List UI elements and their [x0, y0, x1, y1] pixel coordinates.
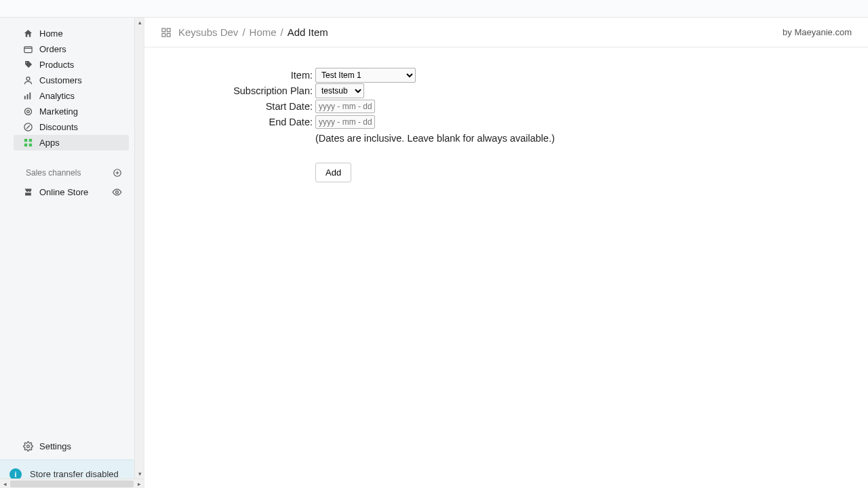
- scroll-thumb[interactable]: [10, 481, 134, 487]
- settings-label: Settings: [39, 441, 71, 451]
- breadcrumb-home[interactable]: Home: [250, 26, 277, 38]
- sidebar-item-apps[interactable]: Apps: [14, 135, 129, 150]
- sidebar-item-settings[interactable]: Settings: [0, 432, 134, 460]
- sidebar-item-orders[interactable]: Orders: [14, 41, 129, 57]
- sidebar-vertical-scrollbar[interactable]: ▴ ▾: [134, 18, 144, 488]
- svg-rect-2: [24, 96, 25, 100]
- view-store-icon[interactable]: [112, 187, 122, 197]
- svg-point-14: [26, 445, 29, 447]
- item-select[interactable]: Test Item 1: [315, 68, 416, 83]
- scroll-right-icon[interactable]: ▸: [134, 479, 144, 489]
- plan-select[interactable]: testsub: [315, 83, 364, 98]
- scroll-left-icon[interactable]: ◂: [0, 479, 9, 489]
- sidebar-label: Discounts: [39, 122, 78, 132]
- top-bar: [0, 0, 868, 18]
- svg-rect-4: [29, 93, 31, 100]
- sidebar-label: Orders: [39, 44, 66, 54]
- sidebar-label: Home: [39, 28, 63, 39]
- sidebar-item-customers[interactable]: Customers: [14, 73, 129, 88]
- sidebar-label: Apps: [39, 138, 60, 148]
- item-label: Item:: [172, 70, 315, 81]
- sidebar-item-analytics[interactable]: Analytics: [14, 88, 129, 104]
- sales-channels-section: Sales channels Online Store: [0, 165, 134, 200]
- sidebar-label: Marketing: [39, 106, 78, 117]
- start-date-input[interactable]: [315, 100, 375, 113]
- sidebar-item-home[interactable]: Home: [14, 26, 129, 41]
- target-icon: [22, 106, 34, 118]
- end-date-input[interactable]: [315, 115, 375, 129]
- date-hint: (Dates are inclusive. Leave blank for al…: [315, 133, 555, 144]
- sidebar: Home Orders Products: [0, 18, 134, 488]
- scroll-down-icon[interactable]: ▾: [135, 469, 144, 479]
- home-icon: [22, 28, 34, 40]
- sidebar-container: Home Orders Products: [0, 18, 144, 488]
- sidebar-label: Products: [39, 60, 74, 70]
- breadcrumb-app[interactable]: Keysubs Dev: [178, 26, 238, 38]
- sidebar-item-online-store[interactable]: Online Store: [0, 184, 134, 200]
- end-date-label: End Date:: [172, 117, 315, 127]
- svg-rect-3: [26, 94, 28, 100]
- add-item-form: Item: Test Item 1 Subscription Plan: tes…: [144, 47, 868, 201]
- svg-rect-16: [167, 28, 170, 32]
- main-content: Keysubs Dev / Home / Add Item by Maeyani…: [144, 18, 868, 488]
- tag-icon: [22, 59, 34, 71]
- svg-rect-10: [24, 144, 26, 146]
- gear-icon: [22, 440, 34, 452]
- add-channel-icon[interactable]: [113, 168, 122, 178]
- svg-rect-9: [28, 139, 31, 142]
- discount-icon: [22, 121, 34, 134]
- sidebar-item-marketing[interactable]: Marketing: [14, 104, 129, 119]
- svg-rect-8: [24, 139, 26, 142]
- sales-channels-header: Sales channels: [0, 165, 134, 180]
- breadcrumb-sep: /: [281, 26, 283, 38]
- sidebar-horizontal-scrollbar[interactable]: ◂ ▸: [0, 479, 144, 488]
- sidebar-label: Analytics: [39, 91, 75, 101]
- sidebar-label: Customers: [39, 75, 82, 85]
- breadcrumb-current: Add Item: [288, 26, 328, 38]
- orders-icon: [22, 43, 34, 56]
- add-button[interactable]: Add: [315, 163, 351, 182]
- store-icon: [22, 186, 34, 199]
- plan-label: Subscription Plan:: [172, 85, 315, 96]
- analytics-icon: [22, 90, 34, 102]
- sidebar-label: Online Store: [39, 187, 88, 197]
- sidebar-item-products[interactable]: Products: [14, 57, 129, 73]
- byline: by Maeyanie.com: [783, 27, 852, 37]
- svg-rect-11: [28, 144, 31, 146]
- svg-point-5: [24, 108, 31, 115]
- svg-point-6: [26, 110, 29, 113]
- sidebar-item-discounts[interactable]: Discounts: [14, 119, 129, 135]
- svg-rect-18: [167, 33, 170, 37]
- primary-nav: Home Orders Products: [0, 18, 134, 432]
- apps-icon: [22, 137, 34, 149]
- scroll-up-icon[interactable]: ▴: [135, 18, 144, 27]
- svg-point-13: [116, 191, 119, 194]
- svg-rect-15: [162, 28, 165, 32]
- start-date-label: Start Date:: [172, 101, 315, 112]
- section-label: Sales channels: [26, 168, 81, 178]
- app-icon: [161, 27, 172, 38]
- svg-point-1: [26, 77, 30, 81]
- notice-text: Store transfer disabled: [30, 469, 119, 479]
- breadcrumb-sep: /: [242, 26, 245, 38]
- user-icon: [22, 75, 34, 87]
- svg-rect-17: [162, 33, 165, 37]
- svg-rect-0: [24, 47, 31, 53]
- breadcrumb-bar: Keysubs Dev / Home / Add Item by Maeyani…: [144, 18, 868, 47]
